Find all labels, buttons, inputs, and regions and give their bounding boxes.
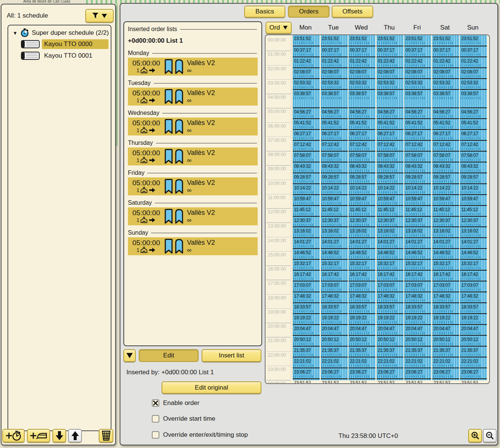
trip-cell[interactable]: 08:43:32: [404, 162, 431, 173]
trip-cell[interactable]: 06:27:17: [432, 129, 459, 140]
trip-cell[interactable]: 06:27:17: [404, 129, 431, 140]
trip-cell[interactable]: 10:59:47: [377, 194, 404, 205]
trip-cell[interactable]: 05:41:52: [349, 118, 375, 129]
trip-cell[interactable]: 09:28:57: [377, 173, 404, 183]
add-train-button[interactable]: [27, 429, 50, 442]
trip-cell[interactable]: 04:56:27: [293, 107, 320, 118]
trip-cell[interactable]: 22:21:02: [293, 357, 320, 368]
trip-cell[interactable]: 03:38:57: [293, 89, 320, 107]
trip-cell[interactable]: 00:37:17: [293, 46, 320, 57]
trip-cell[interactable]: 08:43:32: [293, 162, 320, 173]
trip-cell[interactable]: 05:41:52: [377, 118, 404, 129]
trip-cell[interactable]: 23:06:27: [377, 368, 404, 378]
trip-cell[interactable]: 13:16:02: [460, 226, 487, 237]
trip-cell[interactable]: 23:51:52: [293, 35, 320, 46]
trip-cell[interactable]: 08:43:32: [460, 162, 487, 173]
trip-cell[interactable]: 04:56:27: [377, 107, 404, 118]
trip-cell[interactable]: 04:56:27: [321, 107, 348, 118]
trip-cell[interactable]: 17:03:07: [349, 281, 375, 292]
trip-cell[interactable]: 21:35:37: [432, 346, 459, 357]
trip-cell[interactable]: 20:50:12: [377, 335, 404, 346]
trip-cell[interactable]: 14:46:52: [460, 248, 487, 259]
expand-caret-icon[interactable]: ▼: [13, 30, 18, 36]
trip-cell[interactable]: 14:01:27: [377, 237, 404, 248]
trip-cell[interactable]: 17:48:32: [377, 292, 404, 302]
trip-cell[interactable]: 02:53:32: [377, 78, 404, 89]
trip-cell[interactable]: 15:32:17: [404, 259, 431, 270]
trip-cell[interactable]: 17:48:32: [432, 292, 459, 302]
trip-cell[interactable]: 19:19:22: [321, 313, 348, 324]
trip-cell[interactable]: 05:41:52: [321, 118, 348, 129]
trip-cell[interactable]: 03:38:57: [349, 89, 375, 107]
trip-cell[interactable]: 08:43:32: [349, 162, 375, 173]
trip-cell[interactable]: 18:33:57: [321, 302, 348, 313]
trip-cell[interactable]: 07:12:42: [432, 140, 459, 151]
trip-cell[interactable]: 02:53:32: [432, 78, 459, 89]
trip-cell[interactable]: 12:30:37: [377, 216, 404, 227]
trip-cell[interactable]: 22:21:02: [404, 357, 431, 368]
trip-cell[interactable]: 20:50:12: [321, 335, 348, 346]
trip-cell[interactable]: 07:58:07: [432, 151, 459, 162]
trip-cell[interactable]: 16:17:42: [432, 270, 459, 281]
trip-cell[interactable]: 23:06:27: [349, 368, 375, 378]
trip-cell[interactable]: 21:35:37: [321, 346, 348, 357]
trip-cell[interactable]: 16:17:42: [293, 270, 320, 281]
trip-cell[interactable]: 20:04:47: [377, 324, 404, 335]
trip-cell[interactable]: 02:53:32: [404, 78, 431, 89]
trip-cell[interactable]: 04:56:27: [404, 107, 431, 118]
trip-cell[interactable]: 23:51:52: [321, 35, 348, 46]
trip-cell[interactable]: 17:48:32: [293, 292, 320, 302]
tab-basics[interactable]: Basics: [244, 6, 285, 18]
trip-cell[interactable]: 23:06:27: [293, 368, 320, 378]
trip-cell[interactable]: 18:33:57: [349, 302, 375, 313]
order-card[interactable]: 05:00:001Vallès V2∞: [128, 88, 258, 106]
edit-original-button[interactable]: Edit original: [162, 381, 261, 394]
trip-cell[interactable]: 17:03:07: [432, 281, 459, 292]
schedule-tree-item[interactable]: Kayou TTO 0001: [21, 50, 108, 61]
trip-cell[interactable]: 19:19:22: [404, 313, 431, 324]
trip-cell[interactable]: 03:38:57: [460, 89, 487, 107]
trip-cell[interactable]: 23:51:52: [404, 378, 431, 380]
trip-cell[interactable]: 06:27:17: [293, 129, 320, 140]
trip-cell[interactable]: 20:50:12: [404, 335, 431, 346]
trip-cell[interactable]: 13:16:02: [377, 226, 404, 237]
trip-cell[interactable]: 23:51:52: [293, 378, 320, 380]
trip-cell[interactable]: 20:04:47: [432, 324, 459, 335]
trip-cell[interactable]: 14:46:52: [349, 248, 375, 259]
trip-cell[interactable]: 17:03:07: [377, 281, 404, 292]
trip-cell[interactable]: 08:43:32: [321, 162, 348, 173]
trip-cell[interactable]: 21:35:37: [404, 346, 431, 357]
trip-cell[interactable]: 10:59:47: [432, 194, 459, 205]
trip-cell[interactable]: 19:19:22: [377, 313, 404, 324]
trip-cell[interactable]: 02:53:32: [321, 78, 348, 89]
trip-cell[interactable]: 21:35:37: [349, 346, 375, 357]
trip-cell[interactable]: 07:12:42: [404, 140, 431, 151]
trip-cell[interactable]: 23:06:27: [321, 368, 348, 378]
trip-cell[interactable]: 23:51:52: [349, 35, 375, 46]
trip-cell[interactable]: 02:53:32: [293, 78, 320, 89]
trip-cell[interactable]: 06:27:17: [377, 129, 404, 140]
ord-dropdown-button[interactable]: Ord: [266, 22, 292, 34]
trip-cell[interactable]: 22:21:02: [460, 357, 487, 368]
trip-cell[interactable]: 23:51:52: [349, 378, 375, 380]
trip-cell[interactable]: 02:08:07: [293, 67, 320, 78]
trip-cell[interactable]: 12:30:37: [432, 216, 459, 227]
trip-cell[interactable]: 10:14:22: [460, 183, 487, 194]
trip-cell[interactable]: 00:37:17: [432, 46, 459, 57]
trip-cell[interactable]: 17:03:07: [404, 281, 431, 292]
trip-cell[interactable]: 07:58:07: [293, 151, 320, 162]
trip-cell[interactable]: 16:17:42: [349, 270, 375, 281]
trip-cell[interactable]: 11:45:12: [404, 205, 431, 216]
trip-cell[interactable]: 19:19:22: [293, 313, 320, 324]
trip-cell[interactable]: 12:30:37: [404, 216, 431, 227]
filter-button[interactable]: [85, 9, 114, 22]
trip-cell[interactable]: 22:21:02: [349, 357, 375, 368]
trip-cell[interactable]: 07:58:07: [404, 151, 431, 162]
trip-cell[interactable]: 14:46:52: [321, 248, 348, 259]
order-card[interactable]: 05:00:001Vallès V2∞: [128, 207, 258, 225]
trip-cell[interactable]: 01:22:42: [460, 57, 487, 67]
delete-button[interactable]: [99, 429, 113, 442]
trip-cell[interactable]: 21:35:37: [293, 346, 320, 357]
trip-cell[interactable]: 14:01:27: [293, 237, 320, 248]
checkbox-unchecked[interactable]: [152, 431, 159, 439]
